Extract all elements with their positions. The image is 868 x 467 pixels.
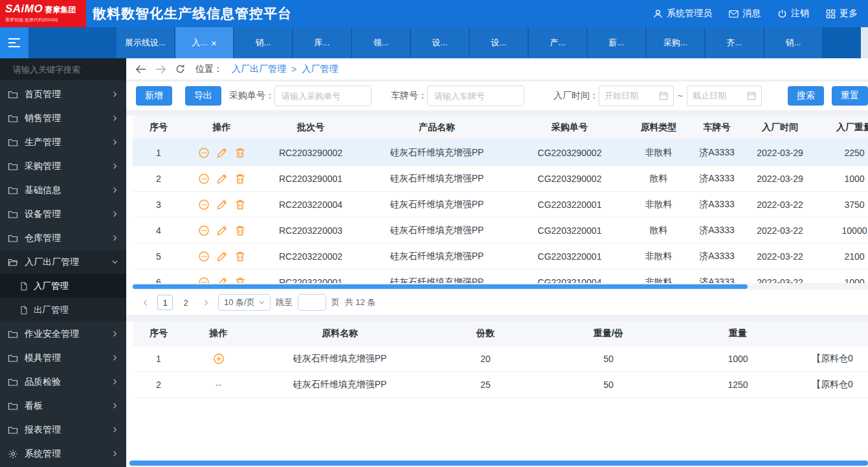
edit-icon[interactable] [216,277,228,284]
end-date-input[interactable]: 截止日期 [687,85,762,106]
table-row[interactable]: 6 RC2203220001 硅灰石纤维填充增强PP CG2203210004 … [133,269,868,283]
table-row[interactable]: 4 RC2203220003 硅灰石纤维填充增强PP CG2203220001 … [133,218,868,244]
jump-label: 跳至 [276,297,293,308]
table-row[interactable]: 2 RC2203290001 硅灰石纤维填充增强PP CG2203290002 … [133,166,868,192]
sidebar-item-purchasing[interactable]: 采购管理 [0,154,126,178]
page-button-2[interactable]: 2 [178,295,194,310]
delete-icon[interactable] [234,251,246,262]
delete-icon[interactable] [234,147,246,159]
doc-icon [19,306,28,315]
tab-5[interactable]: 领... [352,27,410,58]
tab-12[interactable]: 销... [764,27,822,58]
page-size-select[interactable]: 10 条/页 [218,294,271,311]
export-button[interactable]: 导出 [185,86,221,106]
jump-page-input[interactable] [298,294,326,311]
tab-2-active[interactable]: 入... × [175,27,233,58]
forward-icon[interactable] [155,65,166,74]
sidebar-item-inout-factory[interactable]: 入厂出厂管理 [0,250,126,274]
search-input[interactable] [13,65,126,74]
search-button[interactable]: 搜索 [788,86,824,106]
sidebar-toggle-button[interactable] [0,27,28,58]
material-detail-table: 序号 操作 原料名称 份数 重量/份 重量 1 硅灰石纤维填充增强PP 20 5… [126,321,868,467]
sidebar-item-equipment[interactable]: 设备管理 [0,202,126,226]
table-row[interactable]: 3 RC2203220004 硅灰石纤维填充增强PP CG2203220001 … [133,192,868,218]
close-tab-icon[interactable]: × [211,38,217,48]
logout-button[interactable]: 注销 [777,8,809,19]
edit-icon[interactable] [216,147,228,159]
sidebar-item-homepage[interactable]: 首页管理 [0,82,126,106]
tab-11[interactable]: 齐... [706,27,763,58]
tab-7[interactable]: 设... [470,27,528,58]
edit-icon[interactable] [216,199,228,211]
tab-1[interactable]: 展示线设... [117,27,174,58]
start-date-input[interactable]: 开始日期 [599,85,674,106]
user-menu[interactable]: 系统管理员 [653,8,712,19]
sidebar-item-warehouse[interactable]: 仓库管理 [0,226,126,250]
sidebar-item-production[interactable]: 生产管理 [0,130,126,154]
page-horizontal-scrollbar[interactable] [129,461,868,466]
edit-icon[interactable] [216,225,228,236]
tab-bar: 展示线设... 入... × 销... 库... 领... 设... 设... … [0,27,868,58]
logout-label: 注销 [791,8,809,19]
chevron-right-icon [111,450,118,457]
end-date-placeholder: 截止日期 [693,90,726,102]
sidebar-item-reports[interactable]: 报表管理 [0,418,126,442]
plate-input[interactable] [427,85,524,106]
sidebar-item-system[interactable]: 系统管理 [0,442,126,466]
po-input[interactable] [274,85,372,106]
sidebar-subitem-exit-management[interactable]: 出厂管理 [0,298,126,322]
refresh-icon[interactable] [175,64,185,74]
detail-icon[interactable] [198,277,210,284]
delete-icon[interactable] [234,199,246,211]
detail-icon[interactable] [198,251,210,262]
page-button-1[interactable]: 1 [157,295,173,310]
sidebar-item-basic-info[interactable]: 基础信息 [0,178,126,202]
sidebar-item-mold[interactable]: 模具管理 [0,346,126,370]
tab-8[interactable]: 产... [529,27,586,58]
sidebar-item-kanban[interactable]: 看板 [0,394,126,418]
tab-3[interactable]: 销... [234,27,292,58]
table-body: 1 RC2203290002 硅灰石纤维填充增强PP CG2203290002 … [133,140,868,283]
table-horizontal-scrollbar[interactable] [133,283,868,290]
back-icon[interactable] [135,65,146,74]
detail-row[interactable]: 2 -- 硅灰石纤维填充增强PP 25 50 1250 【原料仓0 [133,372,868,398]
tab-partial[interactable] [861,27,868,58]
tab-9[interactable]: 薪... [588,27,645,58]
detail-icon[interactable] [198,225,210,236]
breadcrumb-current-link[interactable]: 入厂管理 [302,63,338,75]
next-page-button[interactable] [199,295,213,310]
no-action-placeholder: -- [216,380,221,390]
tab-4[interactable]: 库... [293,27,351,58]
messages-button[interactable]: 消息 [729,8,761,19]
prev-page-button[interactable] [138,295,152,310]
detail-icon[interactable] [198,147,210,159]
sidebar-search[interactable] [0,58,126,80]
company-logo: SAiMO 赛摩集团 赛摩智能 股票代码300466 [0,0,86,27]
detail-icon[interactable] [198,199,210,211]
delete-icon[interactable] [234,277,246,284]
add-detail-icon[interactable] [213,353,225,365]
chevron-right-icon [111,187,118,194]
tab-6[interactable]: 设... [411,27,469,58]
delete-icon[interactable] [234,225,246,236]
reset-button[interactable]: 重置 [832,86,868,106]
sidebar-subitem-entry-management[interactable]: 入厂管理 [0,274,126,298]
scrollbar-thumb[interactable] [129,461,868,466]
delete-icon[interactable] [234,173,246,185]
breadcrumb-parent-link[interactable]: 入厂出厂管理 [232,63,286,75]
sidebar-item-quality[interactable]: 品质检验 [0,370,126,394]
scrollbar-thumb[interactable] [133,284,748,289]
add-button[interactable]: 新增 [136,86,172,106]
detail-row[interactable]: 1 硅灰石纤维填充增强PP 20 50 1000 【原料仓0 [133,346,868,372]
po-label: 采购单号： [229,90,274,102]
more-button[interactable]: 更多 [826,8,858,19]
table-row[interactable]: 1 RC2203290002 硅灰石纤维填充增强PP CG2203290002 … [133,140,868,166]
entry-records-table: 序号 操作 批次号 产品名称 采购单号 原料类型 车牌号 入厂时间 入厂重量 1… [126,115,868,315]
edit-icon[interactable] [216,173,228,185]
detail-icon[interactable] [198,173,210,185]
table-row[interactable]: 5 RC2203220002 硅灰石纤维填充增强PP CG2203220001 … [133,244,868,269]
tab-10[interactable]: 采购... [647,27,704,58]
sidebar-item-job-safety[interactable]: 作业安全管理 [0,322,126,346]
edit-icon[interactable] [216,251,228,262]
sidebar-item-sales[interactable]: 销售管理 [0,106,126,130]
